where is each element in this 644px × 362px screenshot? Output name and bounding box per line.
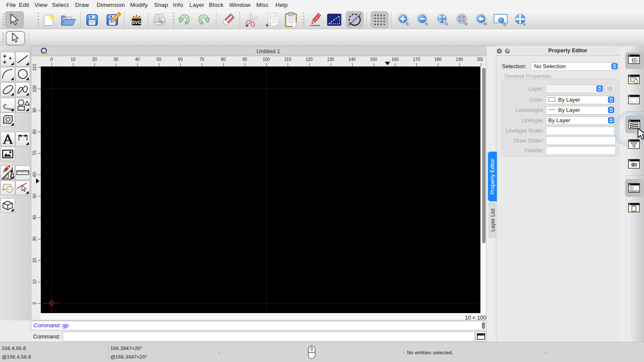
svg-text:c command: c command bbox=[630, 190, 637, 192]
svg-text:SVG: SVG bbox=[132, 20, 141, 25]
